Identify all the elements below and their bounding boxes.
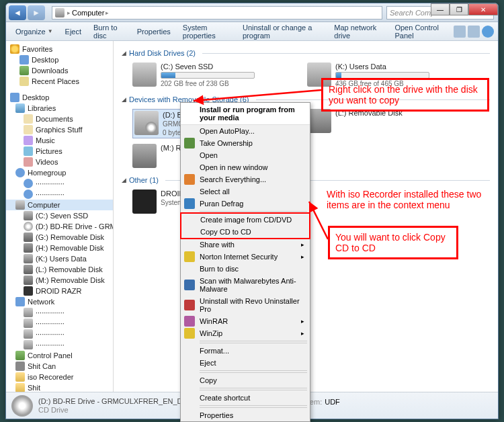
app-icon bbox=[184, 198, 195, 209]
desk-icon bbox=[10, 93, 19, 102]
tree--d-bd-re-drive-grmculxf[interactable]: (D:) BD-RE Drive - GRMCULXF bbox=[6, 221, 113, 232]
context-menu: Install or run program from your mediaOp… bbox=[180, 102, 310, 422]
toolbar: Organize▼ Eject Burn to disc Properties … bbox=[6, 22, 498, 41]
tree-libraries[interactable]: Libraries bbox=[6, 103, 113, 114]
back-button[interactable]: ◄ bbox=[9, 5, 26, 20]
ctx-share-with[interactable]: Share with▸ bbox=[181, 239, 310, 251]
net-icon bbox=[15, 297, 25, 306]
forward-button[interactable]: ► bbox=[28, 5, 45, 20]
ctx-open-in-new-window[interactable]: Open in new window bbox=[181, 161, 310, 173]
annotation: You will want to click Copy CD to CD bbox=[328, 226, 458, 259]
tree--h-removable-disk[interactable]: (H:) Removable Disk bbox=[6, 243, 113, 253]
dl-icon bbox=[19, 66, 29, 75]
opt-icon bbox=[24, 222, 33, 231]
tree--[interactable]: ·············· bbox=[6, 318, 113, 329]
minimize-button[interactable]: — bbox=[431, 3, 450, 15]
tree-computer[interactable]: Computer bbox=[6, 200, 113, 210]
ctx-burn-to-disc[interactable]: Burn to disc bbox=[181, 263, 310, 275]
comp-icon bbox=[24, 329, 33, 339]
tb-burn[interactable]: Burn to disc bbox=[88, 22, 130, 42]
tree--m-removable-disk[interactable]: (M:) Removable Disk bbox=[6, 275, 113, 286]
tb-properties[interactable]: Properties bbox=[132, 26, 176, 38]
ctx-take-ownership[interactable]: Take Ownership bbox=[181, 137, 310, 149]
tree--[interactable]: ·············· bbox=[6, 189, 113, 200]
tree-network[interactable]: Network bbox=[6, 296, 113, 307]
ctx-winrar[interactable]: WinRAR▸ bbox=[181, 315, 310, 327]
comp-icon bbox=[24, 308, 33, 317]
usb-icon bbox=[24, 265, 33, 274]
tree-downloads[interactable]: Downloads bbox=[6, 65, 113, 76]
ctx-puran-defrag[interactable]: Puran Defrag bbox=[181, 198, 310, 210]
doc-icon bbox=[24, 114, 33, 124]
ph-icon bbox=[132, 189, 157, 214]
ctx-eject[interactable]: Eject bbox=[181, 357, 310, 369]
usb-icon bbox=[24, 243, 33, 253]
tree--k-users-data[interactable]: (K:) Users Data bbox=[6, 253, 113, 264]
address-bar[interactable]: ▸Computer ▸ bbox=[52, 6, 382, 19]
ctx-create-image-from-cd-dvd[interactable]: Create image from CD/DVD bbox=[181, 214, 309, 226]
bin-icon bbox=[15, 362, 25, 371]
tree--g-removable-disk[interactable]: (G:) Removable Disk bbox=[6, 232, 113, 243]
preview-icon[interactable] bbox=[468, 26, 480, 38]
tb-organize[interactable]: Organize▼ bbox=[10, 26, 58, 38]
titlebar: ◄ ► ▸Computer ▸ Search Computer bbox=[6, 3, 498, 22]
ph-icon bbox=[24, 286, 33, 296]
ctx-scan-with-malwarebytes-anti-malware[interactable]: Scan with Malwarebytes Anti-Malware bbox=[181, 275, 310, 295]
tree--[interactable]: ·············· bbox=[6, 339, 113, 350]
tree-desktop[interactable]: Desktop bbox=[6, 92, 113, 103]
ctx-header: Install or run program from your media bbox=[181, 103, 310, 125]
ctx-norton-internet-security[interactable]: Norton Internet Security▸ bbox=[181, 251, 310, 263]
tree-music[interactable]: Music bbox=[6, 135, 113, 146]
ctx-open-autoplay-[interactable]: Open AutoPlay... bbox=[181, 125, 310, 137]
tree--c-seven-ssd[interactable]: (C:) Seven SSD bbox=[6, 210, 113, 221]
tree-videos[interactable]: Videos bbox=[6, 157, 113, 167]
app-icon bbox=[184, 251, 195, 262]
hdd-icon bbox=[132, 62, 157, 87]
ctx-format-[interactable]: Format... bbox=[181, 345, 310, 357]
drive-item[interactable]: (L:) Removable Disk bbox=[307, 109, 455, 138]
ctx-winzip[interactable]: WinZip▸ bbox=[181, 327, 310, 339]
tree-favorites[interactable]: Favorites bbox=[6, 44, 113, 54]
tree-homegroup[interactable]: Homegroup bbox=[6, 167, 113, 178]
ctx-uninstall-with-revo-uninstaller-pro[interactable]: Uninstall with Revo Uninstaller Pro bbox=[181, 295, 310, 315]
ctx-copy-cd-to-cd[interactable]: Copy CD to CD bbox=[181, 226, 309, 238]
tb-mapdrive[interactable]: Map network drive bbox=[329, 22, 388, 42]
breadcrumb-computer[interactable]: Computer bbox=[72, 9, 104, 17]
section-header[interactable]: ◢Hard Disk Drives (2) bbox=[122, 46, 490, 60]
app-icon bbox=[184, 138, 195, 149]
usb-icon bbox=[24, 276, 33, 285]
app-icon bbox=[184, 316, 195, 327]
tree-pictures[interactable]: Pictures bbox=[6, 146, 113, 157]
ctx-copy[interactable]: Copy bbox=[181, 374, 310, 386]
tb-sysprops[interactable]: System properties bbox=[177, 22, 236, 42]
help-icon[interactable] bbox=[482, 26, 494, 38]
maximize-button[interactable]: ❐ bbox=[450, 3, 468, 15]
close-button[interactable]: ✕ bbox=[468, 3, 498, 15]
ctx-properties[interactable]: Properties bbox=[181, 409, 310, 421]
tree--[interactable]: ·············· bbox=[6, 329, 113, 339]
usb-icon bbox=[132, 144, 157, 168]
tree-shit-can[interactable]: Shit Can bbox=[6, 361, 113, 372]
tb-uninstall[interactable]: Uninstall or change a program bbox=[237, 22, 327, 42]
tree--[interactable]: ·············· bbox=[6, 307, 113, 318]
tree-droid-razr[interactable]: DROID RAZR bbox=[6, 286, 113, 296]
tb-controlpanel[interactable]: Open Control Panel bbox=[389, 22, 452, 42]
tree-documents[interactable]: Documents bbox=[6, 114, 113, 124]
tb-eject[interactable]: Eject bbox=[60, 26, 87, 38]
tree--l-removable-disk[interactable]: (L:) Removable Disk bbox=[6, 264, 113, 275]
doc-icon bbox=[24, 125, 33, 134]
ctx-create-shortcut[interactable]: Create shortcut bbox=[181, 392, 310, 404]
ctx-open[interactable]: Open bbox=[181, 149, 310, 161]
tree--[interactable]: ·············· bbox=[6, 178, 113, 189]
view-icon[interactable] bbox=[454, 26, 466, 38]
tree-graphics-stuff[interactable]: Graphics Stuff bbox=[6, 124, 113, 135]
hg-icon bbox=[15, 168, 25, 177]
tree-control-panel[interactable]: Control Panel bbox=[6, 350, 113, 361]
mus-icon bbox=[24, 136, 33, 145]
tree-desktop[interactable]: Desktop bbox=[6, 54, 113, 65]
ctx-select-all[interactable]: Select all bbox=[181, 185, 310, 198]
tree-recent-places[interactable]: Recent Places bbox=[6, 76, 113, 87]
ctx-search-everything-[interactable]: Search Everything... bbox=[181, 173, 310, 185]
drive-item[interactable]: (C:) Seven SSD202 GB free of 238 GB bbox=[132, 62, 280, 87]
tree-iso-recoreder[interactable]: iso Recoreder bbox=[6, 372, 113, 382]
